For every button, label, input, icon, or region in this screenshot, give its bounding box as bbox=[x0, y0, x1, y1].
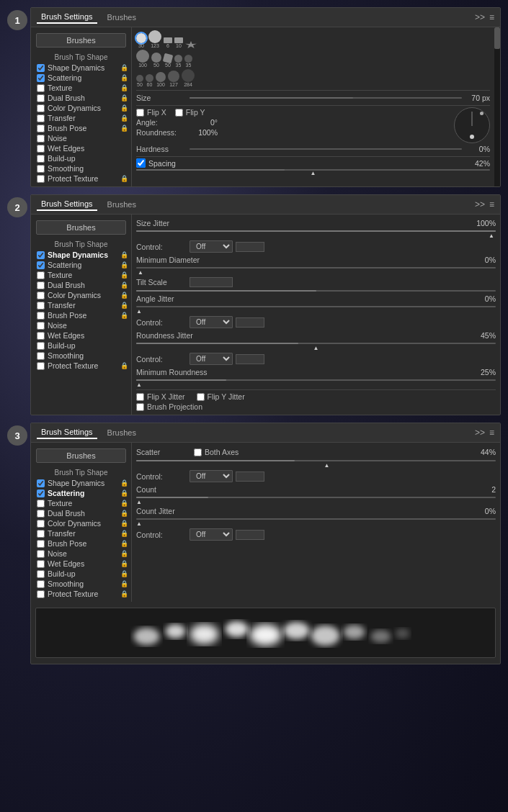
sidebar-item-protect-texture-2[interactable]: Protect Texture 🔒 bbox=[31, 361, 131, 371]
sidebar-item-scattering-2[interactable]: Scattering 🔒 bbox=[31, 260, 131, 270]
brush-tip-123[interactable]: 123 bbox=[148, 30, 161, 48]
sidebar-item-color-dynamics-3[interactable]: Color Dynamics 🔒 bbox=[31, 518, 131, 528]
sidebar-item-color-dynamics-2[interactable]: Color Dynamics 🔒 bbox=[31, 290, 131, 300]
sidebar-item-transfer-2[interactable]: Transfer 🔒 bbox=[31, 300, 131, 310]
sidebar-item-texture-3[interactable]: Texture 🔒 bbox=[31, 498, 131, 508]
brushes-button-3[interactable]: Brushes bbox=[36, 448, 126, 463]
tab-brush-settings-1[interactable]: Brush Settings bbox=[37, 11, 97, 24]
brush-tip-35a[interactable]: 35 bbox=[174, 55, 182, 68]
sidebar-item-wet-edges-2[interactable]: Wet Edges bbox=[31, 330, 131, 340]
checkbox-smoothing-1[interactable] bbox=[37, 165, 45, 173]
min-roundness-slider[interactable] bbox=[136, 379, 496, 381]
checkbox-dual-brush-3[interactable] bbox=[37, 510, 45, 518]
brush-tip-284[interactable]: 284 bbox=[182, 69, 195, 87]
menu-icon-1[interactable]: ≡ bbox=[489, 12, 494, 22]
tab-brushes-1[interactable]: Brushes bbox=[103, 12, 141, 23]
brushes-button-1[interactable]: Brushes bbox=[36, 33, 126, 48]
checkbox-smoothing-2[interactable] bbox=[37, 352, 45, 360]
brush-tip-100b[interactable]: 100 bbox=[156, 72, 166, 87]
flip-y-checkbox[interactable] bbox=[175, 109, 183, 117]
tab-brush-settings-2[interactable]: Brush Settings bbox=[37, 198, 97, 211]
sidebar-item-texture-2[interactable]: Texture 🔒 bbox=[31, 270, 131, 280]
count-slider[interactable] bbox=[136, 497, 496, 498]
checkbox-transfer-1[interactable] bbox=[37, 114, 45, 122]
checkbox-color-dynamics-1[interactable] bbox=[37, 104, 45, 112]
sidebar-item-shape-dynamics-1[interactable]: Shape Dynamics 🔒 bbox=[31, 63, 131, 73]
checkbox-protect-texture-1[interactable] bbox=[37, 175, 45, 183]
checkbox-wet-edges-3[interactable] bbox=[37, 560, 45, 568]
checkbox-shape-dynamics-2[interactable] bbox=[37, 251, 45, 259]
sidebar-item-wet-edges-1[interactable]: Wet Edges bbox=[31, 143, 131, 153]
checkbox-shape-dynamics-1[interactable] bbox=[37, 64, 45, 72]
brush-tip-50a[interactable]: 50 bbox=[151, 53, 161, 68]
tilt-scale-slider[interactable] bbox=[136, 290, 496, 292]
checkbox-texture-2[interactable] bbox=[37, 271, 45, 279]
brush-tip-6[interactable]: 6 bbox=[164, 37, 172, 48]
sidebar-item-scattering-3[interactable]: Scattering 🔒 bbox=[31, 488, 131, 498]
roundness-jitter-slider[interactable] bbox=[136, 343, 496, 344]
flip-y-jitter-checkbox[interactable] bbox=[197, 393, 205, 401]
checkbox-protect-texture-2[interactable] bbox=[37, 362, 45, 370]
checkbox-scattering-2[interactable] bbox=[37, 261, 45, 269]
brush-tip-35b[interactable]: 35 bbox=[184, 55, 192, 68]
hardness-slider[interactable] bbox=[190, 148, 462, 150]
sidebar-item-brush-pose-1[interactable]: Brush Pose 🔒 bbox=[31, 123, 131, 133]
min-diameter-slider[interactable] bbox=[136, 267, 496, 269]
both-axes-checkbox[interactable] bbox=[194, 448, 202, 456]
sidebar-item-buildup-1[interactable]: Build-up bbox=[31, 153, 131, 163]
tab-brushes-2[interactable]: Brushes bbox=[103, 199, 141, 210]
sidebar-item-scattering-1[interactable]: Scattering 🔒 bbox=[31, 73, 131, 83]
checkbox-dual-brush-2[interactable] bbox=[37, 281, 45, 289]
checkbox-noise-3[interactable] bbox=[37, 550, 45, 558]
checkbox-wet-edges-1[interactable] bbox=[37, 145, 45, 153]
spacing-slider[interactable] bbox=[136, 169, 490, 171]
angle-preview[interactable] bbox=[454, 107, 490, 143]
checkbox-buildup-2[interactable] bbox=[37, 342, 45, 350]
sidebar-item-noise-3[interactable]: Noise 🔒 bbox=[31, 549, 131, 559]
size-jitter-slider[interactable] bbox=[136, 230, 496, 232]
sidebar-item-dual-brush-3[interactable]: Dual Brush 🔒 bbox=[31, 508, 131, 518]
menu-icon-2[interactable]: ≡ bbox=[489, 199, 494, 209]
control-dropdown-3[interactable]: Off bbox=[190, 353, 233, 365]
spacing-checkbox[interactable] bbox=[136, 158, 146, 168]
scatter-control-dropdown-2[interactable]: Off bbox=[190, 528, 233, 541]
sidebar-item-smoothing-2[interactable]: Smoothing bbox=[31, 351, 131, 361]
sidebar-item-noise-1[interactable]: Noise bbox=[31, 133, 131, 143]
checkbox-color-dynamics-2[interactable] bbox=[37, 292, 45, 299]
brush-tip-10[interactable]: 10 bbox=[174, 37, 183, 48]
sidebar-item-protect-texture-3[interactable]: Protect Texture 🔒 bbox=[31, 589, 131, 599]
expand-icon-1[interactable]: >> bbox=[475, 12, 485, 22]
checkbox-protect-texture-3[interactable] bbox=[37, 590, 45, 598]
brush-tip-50b[interactable]: 50 bbox=[164, 54, 172, 68]
sidebar-item-texture-1[interactable]: Texture 🔒 bbox=[31, 83, 131, 93]
checkbox-brush-pose-2[interactable] bbox=[37, 312, 45, 320]
sidebar-item-transfer-1[interactable]: Transfer 🔒 bbox=[31, 113, 131, 123]
checkbox-wet-edges-2[interactable] bbox=[37, 332, 45, 340]
checkbox-scattering-1[interactable] bbox=[37, 74, 45, 82]
sidebar-item-brush-pose-2[interactable]: Brush Pose 🔒 bbox=[31, 310, 131, 320]
sidebar-item-dual-brush-1[interactable]: Dual Brush 🔒 bbox=[31, 93, 131, 103]
sidebar-item-color-dynamics-1[interactable]: Color Dynamics 🔒 bbox=[31, 103, 131, 113]
checkbox-brush-pose-1[interactable] bbox=[37, 125, 45, 132]
sidebar-item-buildup-2[interactable]: Build-up bbox=[31, 340, 131, 351]
count-jitter-slider[interactable] bbox=[136, 518, 496, 520]
menu-icon-3[interactable]: ≡ bbox=[489, 428, 494, 438]
checkbox-shape-dynamics-3[interactable] bbox=[37, 479, 45, 487]
brush-tip-60[interactable]: 60 bbox=[146, 74, 153, 87]
sidebar-item-noise-2[interactable]: Noise bbox=[31, 320, 131, 330]
checkbox-texture-1[interactable] bbox=[37, 84, 45, 92]
expand-icon-2[interactable]: >> bbox=[475, 199, 485, 209]
flip-x-jitter-checkbox[interactable] bbox=[136, 393, 144, 401]
sidebar-item-smoothing-3[interactable]: Smoothing 🔒 bbox=[31, 579, 131, 589]
checkbox-buildup-1[interactable] bbox=[37, 155, 45, 163]
checkbox-smoothing-3[interactable] bbox=[37, 580, 45, 588]
checkbox-buildup-3[interactable] bbox=[37, 570, 45, 578]
sidebar-item-buildup-3[interactable]: Build-up 🔒 bbox=[31, 569, 131, 579]
expand-icon-3[interactable]: >> bbox=[475, 428, 485, 438]
checkbox-brush-pose-3[interactable] bbox=[37, 540, 45, 548]
sidebar-item-shape-dynamics-3[interactable]: Shape Dynamics 🔒 bbox=[31, 478, 131, 488]
brush-tip-30[interactable]: 30 bbox=[136, 33, 146, 48]
checkbox-transfer-3[interactable] bbox=[37, 530, 45, 538]
checkbox-dual-brush-1[interactable] bbox=[37, 94, 45, 102]
brush-tip-star[interactable] bbox=[185, 41, 197, 48]
